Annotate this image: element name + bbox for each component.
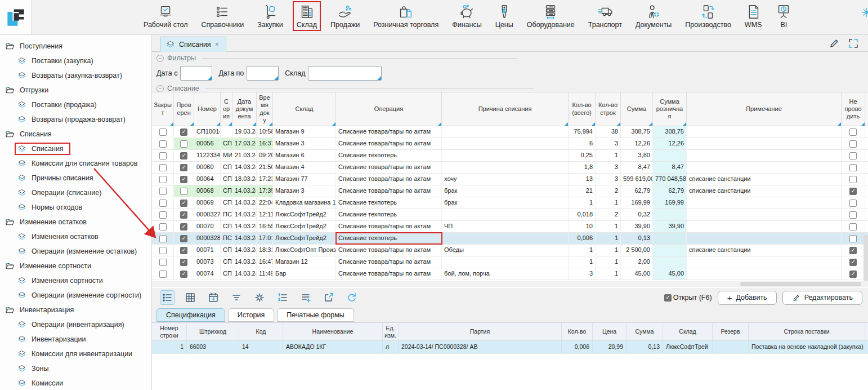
checkbox-not-post[interactable] <box>849 200 857 207</box>
column-header-reason[interactable]: Причина списания <box>442 92 569 126</box>
cell-qty-total[interactable]: 1 <box>569 256 596 268</box>
checkbox-not-post[interactable] <box>849 235 857 242</box>
cell-closed[interactable] <box>152 256 174 268</box>
table-row[interactable]: СП10014119.03.2410:58Магазин 9Списание т… <box>152 126 868 138</box>
checkbox-not-post[interactable] <box>849 176 857 183</box>
cell-date[interactable]: 17.03.24 <box>232 138 257 149</box>
cell-operation[interactable]: Списание товара/тары по актам <box>336 138 442 149</box>
checkbox-checked[interactable] <box>180 188 187 195</box>
cell-warehouse[interactable]: Магазин 6 <box>273 150 336 161</box>
checkbox-closed[interactable] <box>159 140 167 148</box>
cell-operation[interactable]: Списание товара/тары по актам <box>336 126 442 138</box>
cell-qty-total[interactable]: 21 <box>569 185 596 197</box>
cell-checked[interactable] <box>174 233 194 244</box>
edit-button[interactable]: Редактировать <box>782 291 862 305</box>
cell-sum[interactable]: 0,32 <box>621 209 653 220</box>
cell-time[interactable]: 10:58 <box>257 126 273 138</box>
add-button[interactable]: + Добавить <box>718 291 777 305</box>
cell-sum[interactable]: 62,79 <box>621 185 653 197</box>
cell-warehouse[interactable]: ЛюксСофтОпт Производ <box>273 245 336 256</box>
cell-time[interactable]: 22:04 <box>257 197 273 209</box>
cell-series[interactable]: СП <box>221 138 232 149</box>
checkbox-not-post[interactable] <box>849 271 857 278</box>
checkbox-closed[interactable] <box>159 211 167 219</box>
toolbar-item-transport[interactable]: Транспорт <box>585 2 625 30</box>
spec-cell-sum[interactable]: 0,13 <box>627 341 663 353</box>
cell-checked[interactable] <box>174 256 194 268</box>
cell-not-post[interactable] <box>842 268 865 280</box>
table-row[interactable]: 00068СП14.03.2417:35Магазин 3Списание то… <box>152 185 868 197</box>
cell-operation[interactable]: Списание техпотерь <box>336 150 442 161</box>
sidebar-item-поставки-продажа-[interactable]: Поставки (продажа) <box>0 98 151 112</box>
cell-checked[interactable] <box>174 245 194 256</box>
toolbar-item-finance[interactable]: Финансы <box>449 2 484 30</box>
cell-time[interactable]: 12:11 <box>257 209 273 220</box>
cell-date[interactable]: 14.03.24 <box>232 268 257 280</box>
cell-qty-rows[interactable]: 1 <box>596 150 621 161</box>
sidebar-item-комиссии-для-инвентаризации[interactable]: Комиссии для инвентаризации <box>0 347 151 361</box>
cell-reason[interactable] <box>442 126 569 138</box>
spec-cell-warehouse[interactable]: ЛюксСофтТрей <box>663 341 713 353</box>
date-from-input[interactable] <box>180 66 212 81</box>
cell-sum-retail[interactable] <box>653 150 687 161</box>
tab-close-icon[interactable]: × <box>215 41 219 48</box>
cell-series[interactable]: СП <box>221 174 232 185</box>
checkbox-closed[interactable] <box>159 152 167 159</box>
cell-number[interactable]: 0000327 <box>194 209 221 220</box>
toolbar-item-desktop[interactable]: Рабочий стол <box>141 2 190 30</box>
cell-sum-retail[interactable]: 62,79 <box>653 185 687 197</box>
cell-series[interactable]: СП <box>221 245 232 256</box>
cell-sum-retail[interactable]: 770 048,58 <box>653 174 687 185</box>
spec-cell-batch[interactable]: 2024-03-14/ ПС0000328/ АВ <box>399 341 562 353</box>
table-row[interactable]: 00064СП18.03.2417:23Магазин 77Списание т… <box>152 174 868 185</box>
cell-note[interactable] <box>687 197 842 209</box>
cell-qty-rows[interactable]: 3 <box>596 138 621 149</box>
cell-not-post[interactable] <box>842 221 865 232</box>
sidebar-item-возвраты-продажа-возврат-[interactable]: Возвраты (продажа-возврат) <box>0 112 151 127</box>
cell-date[interactable]: 14.03.24 <box>232 185 257 197</box>
spec-column-header-reserve[interactable]: Резерв <box>713 323 749 340</box>
sidebar-item-изменение-сортности[interactable]: Изменение сортности <box>0 259 151 273</box>
cell-sum-retail[interactable]: 8,47 <box>653 162 687 173</box>
checkbox-checked[interactable] <box>180 259 187 266</box>
cell-checked[interactable] <box>174 268 194 280</box>
checkbox-checked[interactable] <box>180 223 187 231</box>
spec-column-header-price[interactable]: Цена <box>593 323 627 340</box>
sidebar-item-нормы-отходов[interactable]: Нормы отходов <box>0 200 151 215</box>
toolbar-item-warehouse[interactable]: Склад <box>294 2 320 30</box>
sidebar-item-операции-инвентаризация-[interactable]: Операции (инвентаризация) <box>0 317 151 332</box>
checkbox-not-post[interactable] <box>849 211 857 219</box>
cell-sum[interactable]: 169,99 <box>621 197 653 209</box>
cell-number[interactable]: 00074 <box>194 268 221 280</box>
cell-closed[interactable] <box>152 138 174 149</box>
cell-note[interactable] <box>687 126 842 138</box>
toolbar-item-bi[interactable]: BI <box>772 2 795 30</box>
cell-series[interactable]: ПС <box>221 209 232 220</box>
cell-warehouse[interactable]: Магазин 3 <box>273 138 336 149</box>
cell-sum[interactable]: 45,00 <box>621 268 653 280</box>
cell-series[interactable]: СП <box>221 185 232 197</box>
cell-reason[interactable] <box>442 256 569 268</box>
cell-number[interactable]: 00069 <box>194 197 221 209</box>
cell-sum[interactable]: 0,13 <box>621 233 653 244</box>
checkbox-not-post[interactable] <box>849 247 857 254</box>
cell-note[interactable] <box>687 256 842 268</box>
cell-not-post[interactable] <box>842 150 865 161</box>
reload-icon[interactable] <box>344 290 359 305</box>
cell-note[interactable] <box>687 233 842 244</box>
sidebar-item-возвраты-закупка-возврат-[interactable]: Возвраты (закупка-возврат) <box>0 68 151 83</box>
calendar-add-icon[interactable] <box>206 290 221 305</box>
cell-date[interactable]: 19.03.24 <box>232 126 257 138</box>
toolbar-item-production[interactable]: Производство <box>682 2 734 30</box>
sidebar-item-списания[interactable]: Списания <box>0 127 151 141</box>
app-logo[interactable] <box>0 0 32 34</box>
sidebar-item-изменения-остатков[interactable]: Изменения остатков <box>0 229 151 244</box>
add-list-icon[interactable] <box>298 290 313 305</box>
cell-sum-retail[interactable]: 308,75 <box>653 126 687 138</box>
cell-reason[interactable]: брак <box>442 185 569 197</box>
cell-date[interactable]: 14.03.24 <box>232 233 257 244</box>
table-row[interactable]: 1122334МИ21.03.2409:20Магазин 6Списание … <box>152 150 868 162</box>
checkbox-checked[interactable] <box>180 200 187 207</box>
column-header-operation[interactable]: Операция <box>336 92 442 126</box>
toolbar-item-purchases[interactable]: Закупки <box>254 2 286 30</box>
